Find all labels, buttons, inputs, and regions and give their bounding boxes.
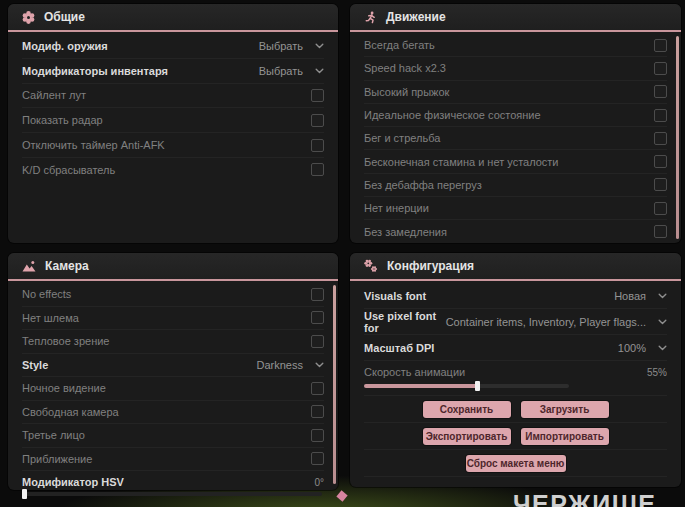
panel-camera: Камера No effects Нет шлема Тепловое зре… bbox=[8, 253, 338, 490]
export-button[interactable]: Экспортировать bbox=[423, 428, 511, 445]
row-label: Без дебаффа перегруз bbox=[364, 179, 482, 191]
panel-title: Камера bbox=[45, 259, 89, 273]
always-run-checkbox[interactable] bbox=[654, 39, 667, 52]
row-anti-afk-timer: Отключить таймер Anti-AFK bbox=[22, 133, 324, 158]
flower-icon bbox=[22, 11, 35, 24]
row-label: Высокий прыжок bbox=[364, 86, 449, 98]
visuals-font-dropdown[interactable]: Новая bbox=[614, 290, 667, 302]
thermal-vision-checkbox[interactable] bbox=[311, 335, 324, 348]
panel-general-header: Общие bbox=[8, 4, 338, 32]
panel-title: Движение bbox=[386, 10, 446, 24]
panel-movement-header: Движение bbox=[350, 4, 681, 32]
third-person-checkbox[interactable] bbox=[311, 429, 324, 442]
infinite-stamina-checkbox[interactable] bbox=[654, 155, 667, 168]
row-inventory-mods: Модификаторы инвентаря Выбрать bbox=[22, 59, 324, 84]
hsv-slider-track[interactable] bbox=[22, 492, 322, 496]
row-label: Без замедления bbox=[364, 226, 447, 238]
run-and-shoot-checkbox[interactable] bbox=[654, 132, 667, 145]
row-label: Третье лицо bbox=[22, 429, 85, 441]
row-label: Style bbox=[22, 359, 48, 371]
row-weapon-mod: Модиф. оружия Выбрать bbox=[22, 34, 324, 59]
load-button[interactable]: Загрузить bbox=[521, 401, 609, 418]
chevron-down-icon bbox=[658, 319, 667, 325]
high-jump-checkbox[interactable] bbox=[654, 85, 667, 98]
row-label: Модиф. оружия bbox=[22, 40, 108, 52]
row-label: Speed hack x2.3 bbox=[364, 62, 446, 74]
row-run-and-shoot: Бег и стрельба bbox=[364, 127, 667, 150]
row-speed-hack: Speed hack x2.3 bbox=[364, 57, 667, 80]
chevron-down-icon bbox=[315, 362, 324, 368]
panel-camera-header: Камера bbox=[8, 253, 338, 281]
row-label: Приближение bbox=[22, 453, 92, 465]
row-label: Скорость анимации bbox=[364, 366, 465, 378]
chevron-down-icon bbox=[658, 293, 667, 299]
pixel-font-dropdown[interactable]: Container items, Inventory, Player flags… bbox=[446, 316, 667, 328]
reset-menu-layout-button[interactable]: Сброс макета меню bbox=[466, 455, 566, 472]
import-button[interactable]: Импортировать bbox=[521, 428, 609, 445]
hsv-slider-handle[interactable] bbox=[22, 489, 27, 499]
button-row-save-load: Сохранить Загрузить bbox=[364, 396, 667, 423]
style-dropdown[interactable]: Darkness bbox=[257, 359, 324, 371]
animation-speed-row: Скорость анимации 55% bbox=[364, 364, 667, 396]
mod-menu-page: ЧЕРЖИШЕ Общие Модиф. оружия bbox=[0, 0, 685, 507]
row-label: No effects bbox=[22, 288, 71, 300]
row-label: Тепловое зрение bbox=[22, 335, 109, 347]
row-label: Visuals font bbox=[364, 290, 426, 302]
row-kd-resetter: K/D сбрасыватель bbox=[22, 158, 324, 182]
perfect-physical-state-checkbox[interactable] bbox=[654, 109, 667, 122]
speed-hack-checkbox[interactable] bbox=[654, 62, 667, 75]
row-label: Ночное видение bbox=[22, 382, 106, 394]
inventory-mods-dropdown[interactable]: Выбрать bbox=[259, 65, 324, 77]
animation-slider-handle[interactable] bbox=[475, 381, 480, 391]
night-vision-checkbox[interactable] bbox=[311, 382, 324, 395]
dpi-scale-dropdown[interactable]: 100% bbox=[618, 342, 667, 354]
hsv-modifier-row: Модификатор HSV 0° bbox=[22, 474, 324, 496]
no-helmet-checkbox[interactable] bbox=[311, 311, 324, 324]
button-row-export-import: Экспортировать Импортировать bbox=[364, 423, 667, 450]
row-label: Нет инерции bbox=[364, 202, 429, 214]
weapon-mod-dropdown[interactable]: Выбрать bbox=[259, 40, 324, 52]
row-high-jump: Высокий прыжок bbox=[364, 81, 667, 104]
row-thermal-vision: Тепловое зрение bbox=[22, 330, 324, 354]
panel-config-header: Конфигурация bbox=[350, 253, 681, 281]
background-watermark-text: ЧЕРЖИШЕ bbox=[513, 492, 656, 507]
show-radar-checkbox[interactable] bbox=[311, 114, 324, 127]
row-label: Бег и стрельба bbox=[364, 132, 440, 144]
row-no-effects: No effects bbox=[22, 283, 324, 307]
row-dpi-scale: Масштаб DPI 100% bbox=[364, 335, 667, 361]
silent-loot-checkbox[interactable] bbox=[311, 89, 324, 102]
save-button[interactable]: Сохранить bbox=[423, 401, 511, 418]
zoom-checkbox[interactable] bbox=[311, 452, 324, 465]
no-overload-debuff-checkbox[interactable] bbox=[654, 178, 667, 191]
button-row-reset: Сброс макета меню bbox=[364, 450, 667, 477]
panel-title: Общие bbox=[44, 10, 85, 24]
row-label: Отключить таймер Anti-AFK bbox=[22, 139, 165, 151]
gears-icon bbox=[364, 259, 378, 273]
chevron-down-icon bbox=[315, 68, 324, 74]
row-no-inertia: Нет инерции bbox=[364, 197, 667, 220]
no-slowdown-checkbox[interactable] bbox=[654, 225, 667, 238]
kd-resetter-checkbox[interactable] bbox=[311, 163, 324, 176]
camera-scrollbar[interactable] bbox=[333, 285, 336, 484]
free-camera-checkbox[interactable] bbox=[311, 405, 324, 418]
row-label: Сайлент лут bbox=[22, 89, 86, 101]
animation-speed-value: 55% bbox=[647, 367, 667, 378]
anti-afk-timer-checkbox[interactable] bbox=[311, 139, 324, 152]
row-no-overload-debuff: Без дебаффа перегруз bbox=[364, 174, 667, 197]
row-third-person: Третье лицо bbox=[22, 424, 324, 448]
row-no-helmet: Нет шлема bbox=[22, 307, 324, 331]
panel-title: Конфигурация bbox=[387, 259, 474, 273]
row-label: Бесконечная стамина и нет усталости bbox=[364, 156, 559, 168]
row-label: Модификаторы инвентаря bbox=[22, 65, 168, 77]
row-show-radar: Показать радар bbox=[22, 108, 324, 133]
row-label: Показать радар bbox=[22, 114, 103, 126]
row-silent-loot: Сайлент лут bbox=[22, 84, 324, 109]
no-inertia-checkbox[interactable] bbox=[654, 202, 667, 215]
row-night-vision: Ночное видение bbox=[22, 377, 324, 401]
movement-scrollbar[interactable] bbox=[676, 36, 679, 239]
animation-slider-track[interactable] bbox=[364, 384, 569, 388]
row-always-run: Всегда бегать bbox=[364, 34, 667, 57]
no-effects-checkbox[interactable] bbox=[311, 288, 324, 301]
row-perfect-physical-state: Идеальное физическое состояние bbox=[364, 104, 667, 127]
animation-slider-fill bbox=[364, 384, 477, 388]
